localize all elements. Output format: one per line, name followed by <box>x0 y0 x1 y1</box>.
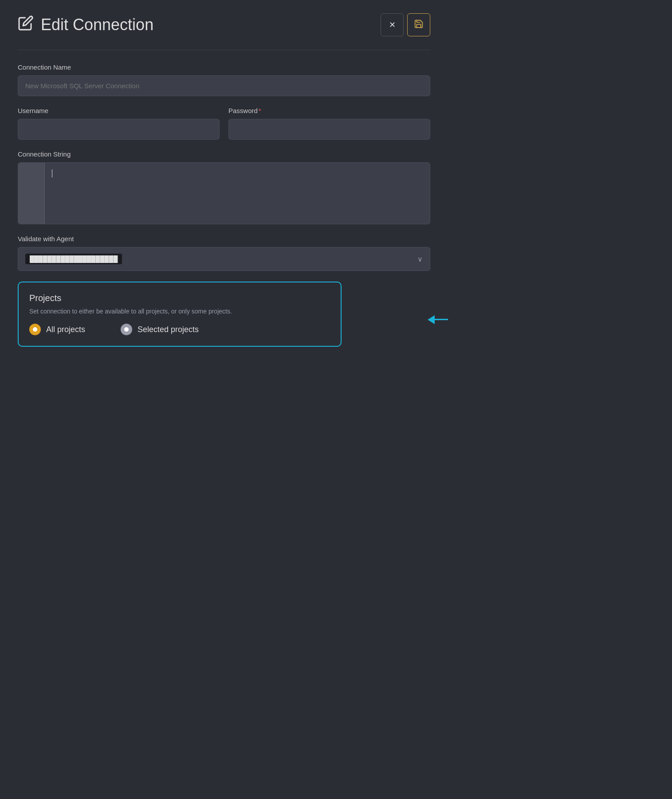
title-group: Edit Connection <box>18 15 153 35</box>
header-divider <box>18 50 430 50</box>
validate-agent-section: Validate with Agent ████████████████████… <box>18 235 430 271</box>
connection-name-input[interactable] <box>18 75 430 96</box>
password-label: Password* <box>228 107 430 114</box>
arrow-indicator <box>428 315 448 324</box>
connection-string-prefix <box>18 163 45 224</box>
projects-section-container: Projects Set connection to either be ava… <box>18 282 430 357</box>
connection-name-section: Connection Name <box>18 63 430 96</box>
projects-options: All projects Selected projects <box>29 324 330 335</box>
connection-string-wrapper <box>18 162 430 224</box>
projects-title: Projects <box>29 293 330 303</box>
username-col: Username <box>18 107 220 140</box>
arrow-container <box>428 315 448 324</box>
username-label: Username <box>18 107 220 114</box>
arrow-line <box>435 319 448 320</box>
validate-agent-label: Validate with Agent <box>18 235 430 243</box>
connection-string-content <box>45 163 430 224</box>
credentials-row: Username Password* <box>18 107 430 140</box>
close-button[interactable]: ✕ <box>381 13 404 36</box>
header-buttons: ✕ <box>381 13 430 36</box>
projects-description: Set connection to either be available to… <box>29 308 330 315</box>
edit-icon <box>18 15 34 35</box>
selected-projects-option[interactable]: Selected projects <box>121 324 199 335</box>
username-input[interactable] <box>18 119 220 140</box>
connection-string-label: Connection String <box>18 150 430 158</box>
connection-string-section: Connection String <box>18 150 430 224</box>
validate-agent-wrapper: ████████████████████ ∨ <box>18 247 430 271</box>
close-icon: ✕ <box>389 20 396 30</box>
connection-name-label: Connection Name <box>18 63 430 71</box>
save-button[interactable] <box>407 13 430 36</box>
selected-projects-radio[interactable] <box>121 324 132 335</box>
save-icon <box>414 19 424 31</box>
all-projects-option[interactable]: All projects <box>29 324 85 335</box>
all-projects-label: All projects <box>46 325 85 334</box>
validate-agent-display[interactable]: ████████████████████ <box>18 247 430 270</box>
page-title: Edit Connection <box>41 16 153 34</box>
validate-agent-selected-value: ████████████████████ <box>25 254 122 264</box>
cursor-indicator <box>52 169 52 177</box>
arrow-head-icon <box>428 315 435 324</box>
all-projects-radio[interactable] <box>29 324 41 335</box>
selected-projects-label: Selected projects <box>138 325 199 334</box>
password-required-indicator: * <box>259 107 261 114</box>
password-col: Password* <box>228 107 430 140</box>
projects-card: Projects Set connection to either be ava… <box>18 282 342 347</box>
page-header: Edit Connection ✕ <box>18 13 430 36</box>
password-input[interactable] <box>228 119 430 140</box>
